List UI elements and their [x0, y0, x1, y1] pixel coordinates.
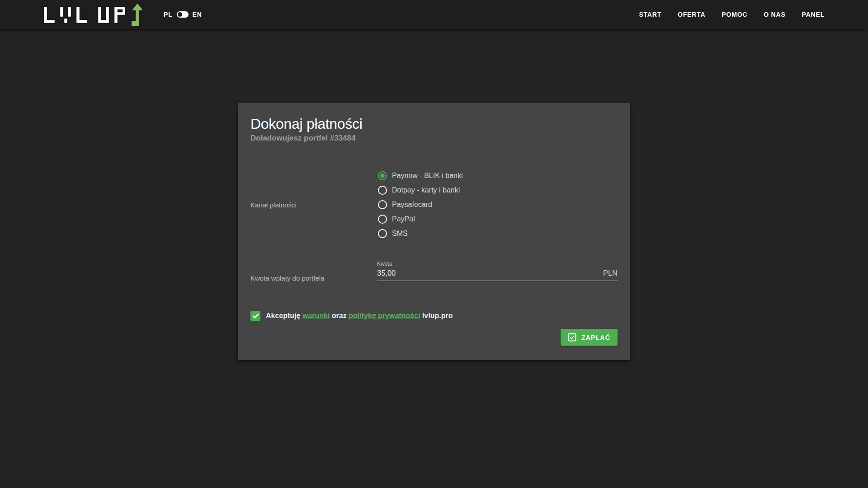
privacy-policy-link[interactable]: politykę prywatności	[349, 312, 420, 319]
amount-row: Kwota wpłaty do portfela Kwota 35,00 PLN	[250, 261, 618, 282]
terms-prefix: Akceptuję	[266, 312, 300, 319]
checkmark-icon	[252, 313, 259, 319]
terms-middle: oraz	[332, 312, 347, 319]
page-content: Dokonaj płatności Doładowujesz portfel #…	[0, 29, 868, 360]
nav-panel[interactable]: PANEL	[802, 11, 825, 18]
card-subtitle: Doładowujesz portfel #33484	[250, 134, 618, 143]
logo-up-arrow	[131, 3, 144, 26]
top-nav-bar: PL EN START OFERTA POMOC O NAS PANEL	[0, 0, 868, 29]
main-nav: START OFERTA POMOC O NAS PANEL	[639, 11, 825, 18]
radio-button-icon	[378, 229, 387, 238]
radio-button-icon	[378, 215, 387, 224]
card-actions: ZAPŁAĆ	[250, 329, 618, 346]
nav-o-nas[interactable]: O NAS	[764, 11, 785, 18]
language-switch[interactable]	[177, 11, 189, 18]
radio-option-paypal[interactable]: PayPal	[377, 212, 618, 226]
lang-en-label[interactable]: EN	[193, 11, 202, 18]
checkbox-check-icon	[568, 333, 576, 342]
amount-input[interactable]: 35,00	[377, 269, 396, 277]
payment-card: Dokonaj płatności Doładowujesz portfel #…	[238, 103, 630, 360]
radio-button-icon	[378, 171, 387, 180]
amount-input-underline: 35,00 PLN	[377, 269, 618, 281]
lang-pl-label[interactable]: PL	[164, 11, 173, 18]
radio-option-paynow[interactable]: Paynow - BLIK i banki	[377, 169, 618, 183]
terms-suffix: lvlup.pro	[422, 312, 453, 319]
radio-option-dotpay[interactable]: Dotpay - karty i banki	[377, 183, 618, 197]
payment-channel-row: Kanał płatności Paynow - BLIK i banki Do…	[250, 169, 618, 241]
language-toggle: PL EN	[164, 11, 202, 18]
amount-field[interactable]: Kwota 35,00 PLN	[377, 261, 618, 282]
channel-label: Kanał płatności	[250, 201, 377, 209]
pay-button-label: ZAPŁAĆ	[581, 334, 610, 341]
nav-start[interactable]: START	[639, 11, 661, 18]
amount-row-label: Kwota wpłaty do portfela	[250, 261, 377, 282]
amount-field-label: Kwota	[377, 261, 618, 267]
logo-lvlup-icon	[42, 2, 149, 27]
switch-knob	[178, 12, 182, 17]
terms-checkbox[interactable]	[250, 311, 260, 321]
terms-row: Akceptuję warunki oraz politykę prywatno…	[250, 311, 618, 321]
radio-option-paysafecard[interactable]: Paysafecard	[377, 197, 618, 212]
radio-option-sms[interactable]: SMS	[377, 226, 618, 241]
logo[interactable]	[42, 2, 149, 27]
page-title: Dokonaj płatności	[250, 115, 618, 132]
pay-button[interactable]: ZAPŁAĆ	[561, 329, 618, 346]
radio-button-icon	[378, 200, 387, 209]
terms-text: Akceptuję warunki oraz politykę prywatno…	[266, 312, 453, 320]
payment-channel-radio-group: Paynow - BLIK i banki Dotpay - karty i b…	[377, 169, 618, 241]
nav-oferta[interactable]: OFERTA	[678, 11, 705, 18]
nav-pomoc[interactable]: POMOC	[722, 11, 747, 18]
radio-button-icon	[378, 186, 387, 195]
currency-suffix: PLN	[603, 269, 618, 277]
terms-link[interactable]: warunki	[302, 312, 330, 319]
